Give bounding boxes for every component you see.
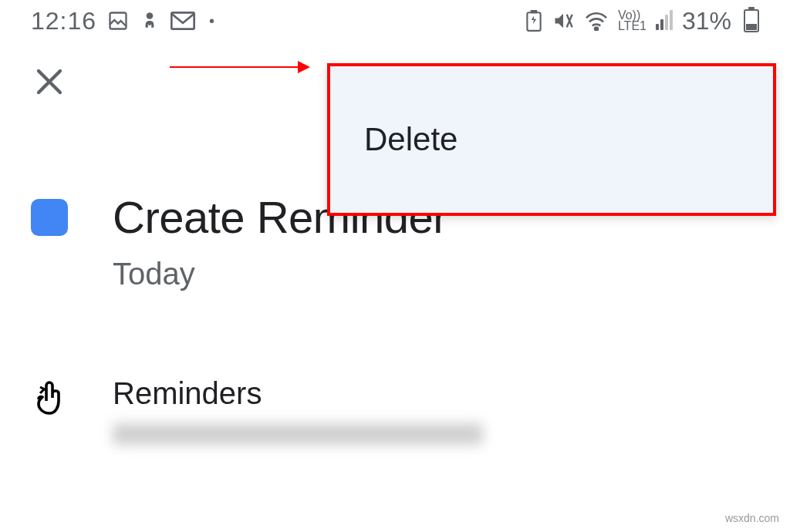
account-info: Reminders: [113, 376, 759, 445]
gmail-icon: [170, 11, 195, 31]
notification-dot: •: [209, 12, 214, 30]
clock-time: 12:16: [31, 7, 96, 35]
svg-point-1: [147, 12, 154, 19]
reminder-date: Today: [113, 257, 759, 291]
reminder-color-badge: [31, 199, 68, 236]
delete-menu-item[interactable]: Delete: [364, 121, 457, 158]
mute-icon: [552, 10, 575, 32]
status-right: Vo)) LTE1 31%: [525, 7, 759, 35]
signal-icon: [656, 12, 673, 30]
account-label: Reminders: [113, 376, 759, 411]
wifi-icon: [584, 11, 609, 31]
status-left: 12:16 •: [31, 7, 214, 35]
person-icon: [140, 11, 160, 31]
battery-saving-icon: [525, 10, 542, 32]
svg-point-5: [595, 27, 598, 30]
watermark: wsxdn.com: [725, 512, 779, 524]
svg-rect-2: [171, 12, 194, 29]
close-button[interactable]: [31, 63, 68, 100]
reminder-hand-icon: [31, 381, 68, 418]
annotation-arrow: [170, 66, 309, 68]
account-section: Reminders: [0, 376, 790, 445]
overflow-menu: Delete: [327, 63, 776, 216]
image-icon: [107, 10, 129, 32]
account-email-blurred: [113, 423, 483, 445]
network-label: Vo)) LTE1: [618, 10, 647, 32]
status-bar: 12:16 • Vo)) LTE1 31%: [0, 0, 790, 42]
battery-percent: 31%: [682, 7, 731, 35]
svg-rect-4: [532, 10, 536, 12]
battery-icon: [744, 9, 759, 32]
